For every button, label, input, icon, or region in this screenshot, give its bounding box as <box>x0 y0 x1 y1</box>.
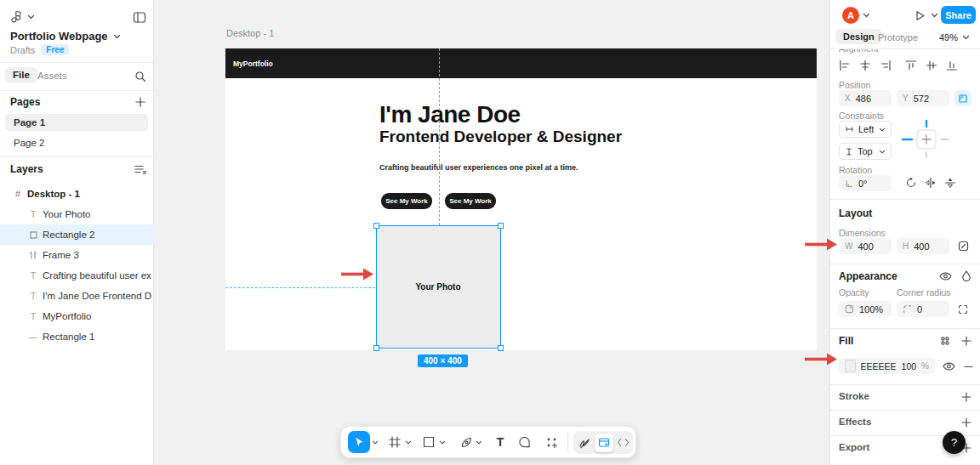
canvas[interactable]: Desktop - 1 MyPortfolio I'm Jane Doe Fro… <box>154 0 829 465</box>
width-field[interactable]: W400 <box>839 238 892 254</box>
free-badge: Free <box>41 44 69 55</box>
fill-opacity-value[interactable]: 100 <box>902 361 917 371</box>
vertical-constraint-select[interactable]: Top <box>839 143 892 160</box>
align-bottom-icon[interactable] <box>943 56 961 75</box>
dev-mode-code-tool[interactable] <box>613 431 632 454</box>
toggle-sidebar-icon[interactable] <box>131 9 148 26</box>
actions-tool[interactable] <box>542 431 561 453</box>
resize-handle-bottom-right[interactable] <box>498 345 504 351</box>
lock-aspect-ratio-icon[interactable] <box>954 238 971 254</box>
portfolio-navbar: MyPortfolio <box>225 48 817 78</box>
comment-tool[interactable] <box>515 431 533 453</box>
layer-row-crafting-text[interactable]: T Crafting beautiful user experience <box>0 265 154 286</box>
horizontal-constraint-select[interactable]: Left <box>839 121 892 138</box>
visibility-eye-icon[interactable] <box>936 267 954 286</box>
tab-prototype[interactable]: Prototype <box>878 32 918 43</box>
present-play-icon[interactable] <box>911 7 928 24</box>
layer-row-frame-3[interactable]: Frame 3 <box>0 245 154 265</box>
align-left-icon[interactable] <box>835 56 854 75</box>
tab-assets[interactable]: Assets <box>37 71 67 81</box>
shape-tool[interactable] <box>419 431 438 453</box>
rotate-90-icon[interactable] <box>902 173 920 192</box>
present-chevron-down-icon[interactable] <box>931 12 938 19</box>
move-tool[interactable] <box>348 431 370 453</box>
page-item-1[interactable]: Page 1 <box>5 114 148 131</box>
layers-options-icon[interactable] <box>132 161 149 178</box>
resize-handle-bottom-left[interactable] <box>373 345 379 351</box>
align-right-icon[interactable] <box>876 56 895 75</box>
flip-horizontal-icon[interactable] <box>921 173 940 192</box>
selection-size-badge: 400 × 400 <box>418 354 468 367</box>
divider <box>830 328 980 329</box>
zoom-menu[interactable]: 49% <box>939 32 970 43</box>
shape-tool-chevron-icon[interactable] <box>437 431 447 453</box>
layer-row-your-photo[interactable]: T Your Photo <box>0 204 154 224</box>
avatar[interactable]: A <box>842 7 859 24</box>
inspector-panel: A Share Design Prototype 49% Alignment <box>829 0 980 465</box>
opacity-field[interactable]: 100% <box>839 301 892 317</box>
rotation-field[interactable]: 0° <box>839 175 892 191</box>
height-field[interactable]: H400 <box>897 238 949 254</box>
layer-label: MyPortfolio <box>43 311 92 321</box>
hero-tagline: Crafting beautiful user experiences one … <box>379 163 578 172</box>
x-position-field[interactable]: X486 <box>839 90 892 106</box>
text-icon: T <box>27 210 39 219</box>
avatar-chevron-down-icon[interactable] <box>863 12 870 19</box>
annotate-tool[interactable] <box>595 434 613 452</box>
effects-header: Effects <box>839 417 871 427</box>
layer-row-rectangle-2-selected[interactable]: Rectangle 2 <box>0 224 154 245</box>
align-vertical-center-icon[interactable] <box>922 56 941 75</box>
absolute-position-icon[interactable] <box>954 90 971 106</box>
align-top-icon[interactable] <box>902 56 920 75</box>
tab-design[interactable]: Design <box>835 29 882 44</box>
text-icon: T <box>27 292 39 301</box>
flip-vertical-icon[interactable] <box>941 173 960 192</box>
layer-row-myportfolio-text[interactable]: T MyPortfolio <box>0 306 154 326</box>
help-button[interactable]: ? <box>943 431 966 454</box>
frame-name-label[interactable]: Desktop - 1 <box>226 28 274 38</box>
y-position-field[interactable]: Y572 <box>897 90 949 106</box>
move-tool-chevron-icon[interactable] <box>370 431 380 453</box>
resize-handle-top-left[interactable] <box>373 223 379 229</box>
add-effect-icon[interactable] <box>957 413 976 432</box>
search-icon[interactable] <box>132 68 149 85</box>
fill-color-swatch[interactable] <box>845 360 856 372</box>
resize-handle-top-right[interactable] <box>498 223 504 229</box>
draw-tool[interactable] <box>575 431 594 454</box>
fill-visibility-eye-icon[interactable] <box>939 357 958 376</box>
fill-color-row[interactable]: EEEEEE 100 % <box>839 358 935 374</box>
layer-row-jane-doe-text[interactable]: T I'm Jane Doe Frontend Developer <box>0 286 154 306</box>
drafts-label[interactable]: Drafts <box>10 45 35 55</box>
corner-radius-icon <box>903 304 912 314</box>
hero-subtitle: Frontend Developer & Designer <box>379 128 622 146</box>
document-title-row[interactable]: Portfolio Webpage <box>10 30 121 43</box>
pen-tool[interactable] <box>457 431 476 453</box>
share-button[interactable]: Share <box>941 6 976 24</box>
selected-rectangle-2[interactable]: Your Photo <box>376 225 501 349</box>
layer-row-rectangle-1[interactable]: — Rectangle 1 <box>0 326 154 347</box>
page-item-2[interactable]: Page 2 <box>5 134 148 151</box>
appearance-header: Appearance <box>839 270 897 282</box>
logo-chevron-down-icon[interactable] <box>27 14 35 20</box>
figma-logo-icon[interactable] <box>11 10 24 23</box>
angle-icon <box>845 179 853 188</box>
add-stroke-icon[interactable] <box>957 388 976 406</box>
design-frame-desktop-1[interactable]: MyPortfolio I'm Jane Doe Frontend Develo… <box>225 48 817 350</box>
text-tool[interactable]: T <box>491 431 510 453</box>
add-page-icon[interactable] <box>132 94 149 111</box>
blend-mode-droplet-icon[interactable] <box>957 267 976 286</box>
tab-file[interactable]: File <box>5 67 37 82</box>
frame-tool-chevron-icon[interactable] <box>403 431 413 453</box>
fill-hex-value[interactable]: EEEEEE <box>861 361 897 371</box>
frame-tool[interactable] <box>385 431 404 453</box>
layer-row-desktop-1[interactable]: # Desktop - 1 <box>0 184 154 204</box>
remove-fill-icon[interactable] <box>959 357 977 376</box>
zoom-level: 49% <box>939 32 958 43</box>
add-fill-icon[interactable] <box>957 332 976 350</box>
constraints-widget[interactable] <box>900 119 953 160</box>
independent-corners-icon[interactable] <box>954 301 971 317</box>
corner-radius-field[interactable]: 0 <box>897 301 949 317</box>
styles-grid-icon[interactable] <box>936 332 954 350</box>
align-horizontal-center-icon[interactable] <box>856 56 875 75</box>
pen-tool-chevron-icon[interactable] <box>474 431 484 453</box>
